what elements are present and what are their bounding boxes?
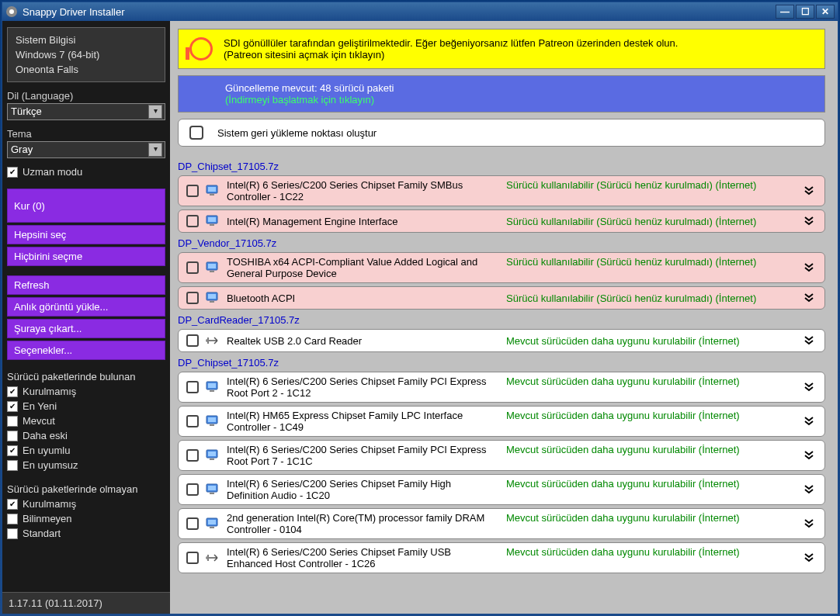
- svg-rect-22: [208, 452, 216, 456]
- filter-standard-checkbox[interactable]: [7, 528, 18, 539]
- driver-checkbox[interactable]: [186, 449, 199, 462]
- maximize-button[interactable]: ☐: [796, 5, 814, 19]
- driver-checkbox[interactable]: [186, 483, 199, 496]
- svg-rect-16: [208, 383, 216, 388]
- driver-checkbox[interactable]: [186, 552, 199, 564]
- expert-mode-label: Uzman modu: [23, 166, 82, 178]
- patreon-banner[interactable]: SDI gönüllüler tarafından geliştirilmekt…: [178, 29, 825, 69]
- filter-unknown-checkbox[interactable]: [7, 514, 18, 524]
- driver-checkbox[interactable]: [186, 381, 199, 393]
- restore-point-checkbox[interactable]: [189, 126, 203, 140]
- device-icon: [205, 260, 220, 275]
- driver-checkbox[interactable]: [186, 215, 199, 227]
- load-snapshot-button[interactable]: Anlık görüntü yükle...: [7, 297, 165, 317]
- extract-to-button[interactable]: Şuraya çıkart...: [7, 319, 165, 338]
- filter-worst-match-checkbox[interactable]: [7, 460, 18, 471]
- expand-icon[interactable]: [803, 214, 817, 228]
- svg-rect-17: [210, 390, 214, 392]
- driver-row[interactable]: TOSHIBA x64 ACPI-Compliant Value Added L…: [178, 252, 825, 283]
- expand-icon[interactable]: [803, 334, 817, 348]
- expand-icon[interactable]: [803, 517, 817, 531]
- patreon-icon: [189, 37, 213, 61]
- driver-checkbox[interactable]: [186, 517, 199, 530]
- svg-rect-12: [208, 294, 216, 299]
- expand-icon[interactable]: [803, 261, 817, 275]
- driver-row[interactable]: Intel(R) 6 Series/C200 Series Chipset Fa…: [178, 542, 825, 573]
- system-info-box: Sistem Bilgisi Windows 7 (64-bit) Oneont…: [7, 27, 165, 82]
- svg-rect-10: [210, 271, 214, 272]
- filter-older-checkbox[interactable]: [7, 431, 18, 441]
- driver-group-title: DP_Chipset_17105.7z: [178, 357, 825, 369]
- version-label: 1.17.11 (01.11.2017): [2, 592, 170, 614]
- svg-rect-23: [210, 459, 214, 460]
- driver-status: Sürücü kullanılabilir (Sürücü henüz kuru…: [506, 256, 797, 279]
- expand-icon[interactable]: [803, 184, 817, 198]
- svg-point-1: [9, 9, 14, 14]
- driver-row[interactable]: Intel(R) Management Engine InterfaceSürü…: [178, 209, 825, 233]
- sysinfo-title: Sistem Bilgisi: [16, 33, 157, 47]
- app-icon: [5, 5, 18, 18]
- device-icon: [205, 183, 220, 199]
- expert-mode-row[interactable]: Uzman modu: [7, 164, 165, 179]
- expand-icon[interactable]: [803, 414, 817, 428]
- filters-notfound-box: Sürücü paketlerinde olmayan Kurulmamış B…: [7, 482, 165, 541]
- svg-rect-29: [210, 527, 214, 528]
- svg-rect-9: [208, 264, 216, 268]
- select-all-button[interactable]: Hepsini seç: [7, 225, 165, 244]
- driver-status: Mevcut sürücüden daha uygunu kurulabilir…: [506, 478, 797, 501]
- expand-icon[interactable]: [803, 551, 817, 565]
- expand-icon[interactable]: [803, 483, 817, 497]
- driver-name: Intel(R) 6 Series/C200 Series Chipset Fa…: [227, 179, 491, 202]
- driver-row[interactable]: Intel(R) HM65 Express Chipset Family LPC…: [178, 406, 825, 437]
- expand-icon[interactable]: [803, 380, 817, 394]
- close-button[interactable]: ✕: [816, 5, 835, 19]
- sysinfo-os: Windows 7 (64-bit): [16, 47, 157, 62]
- theme-select[interactable]: Gray: [7, 141, 165, 158]
- driver-checkbox[interactable]: [186, 261, 199, 274]
- svg-rect-20: [210, 424, 214, 426]
- driver-row[interactable]: Realtek USB 2.0 Card ReaderMevcut sürücü…: [178, 329, 825, 352]
- driver-status: Mevcut sürücüden daha uygunu kurulabilir…: [506, 335, 797, 347]
- driver-status: Mevcut sürücüden daha uygunu kurulabilir…: [506, 444, 797, 467]
- minimize-button[interactable]: —: [776, 5, 794, 19]
- options-button[interactable]: Seçenekler...: [7, 341, 165, 360]
- window-title: Snappy Driver Installer: [23, 6, 125, 18]
- filter-current-checkbox[interactable]: [7, 416, 18, 427]
- language-select[interactable]: Türkçe: [7, 103, 165, 120]
- refresh-button[interactable]: Refresh: [7, 275, 165, 295]
- theme-label: Tema: [7, 126, 165, 141]
- driver-row[interactable]: Bluetooth ACPISürücü kullanılabilir (Sür…: [178, 286, 825, 310]
- driver-checkbox[interactable]: [186, 292, 199, 304]
- filter-best-match-checkbox[interactable]: [7, 445, 18, 456]
- filter-newest-checkbox[interactable]: [7, 401, 18, 412]
- install-button[interactable]: Kur (0): [7, 189, 165, 223]
- driver-row[interactable]: Intel(R) 6 Series/C200 Series Chipset Fa…: [178, 175, 825, 206]
- driver-name: Intel(R) 6 Series/C200 Series Chipset Fa…: [227, 444, 491, 467]
- update-banner[interactable]: Güncelleme mevcut: 48 sürücü paketi (İnd…: [178, 75, 825, 112]
- driver-name: Intel(R) 6 Series/C200 Series Chipset Fa…: [227, 478, 491, 501]
- driver-name: TOSHIBA x64 ACPI-Compliant Value Added L…: [227, 256, 491, 279]
- driver-row[interactable]: Intel(R) 6 Series/C200 Series Chipset Fa…: [178, 440, 825, 471]
- titlebar: Snappy Driver Installer — ☐ ✕: [2, 2, 838, 21]
- driver-status: Mevcut sürücüden daha uygunu kurulabilir…: [506, 375, 797, 399]
- device-icon: [205, 333, 220, 348]
- driver-row[interactable]: Intel(R) 6 Series/C200 Series Chipset Fa…: [178, 372, 825, 403]
- expand-icon[interactable]: [803, 448, 817, 462]
- select-none-button[interactable]: Hiçbirini seçme: [7, 247, 165, 266]
- filters-found-box: Sürücü paketlerinde bulunan Kurulmamış E…: [7, 369, 165, 472]
- device-icon: [205, 448, 220, 463]
- expand-icon[interactable]: [803, 291, 817, 305]
- restore-point-row[interactable]: Sistem geri yükleme noktası oluştur: [178, 119, 825, 147]
- filter-not-installed-checkbox[interactable]: [7, 386, 18, 397]
- sysinfo-name: Oneonta Falls: [16, 62, 157, 77]
- svg-rect-25: [208, 486, 216, 490]
- driver-checkbox[interactable]: [186, 185, 199, 197]
- expert-mode-checkbox[interactable]: [7, 167, 18, 178]
- filter-missing-checkbox[interactable]: [7, 499, 18, 510]
- patreon-text-1: SDI gönüllüler tarafından geliştirilmekt…: [224, 37, 678, 49]
- driver-row[interactable]: Intel(R) 6 Series/C200 Series Chipset Fa…: [178, 474, 825, 505]
- driver-row[interactable]: 2nd generation Intel(R) Core(TM) process…: [178, 508, 825, 539]
- update-text-2: (İndirmeyi başlatmak için tıklayın): [225, 94, 778, 106]
- driver-checkbox[interactable]: [186, 334, 199, 347]
- driver-checkbox[interactable]: [186, 415, 199, 427]
